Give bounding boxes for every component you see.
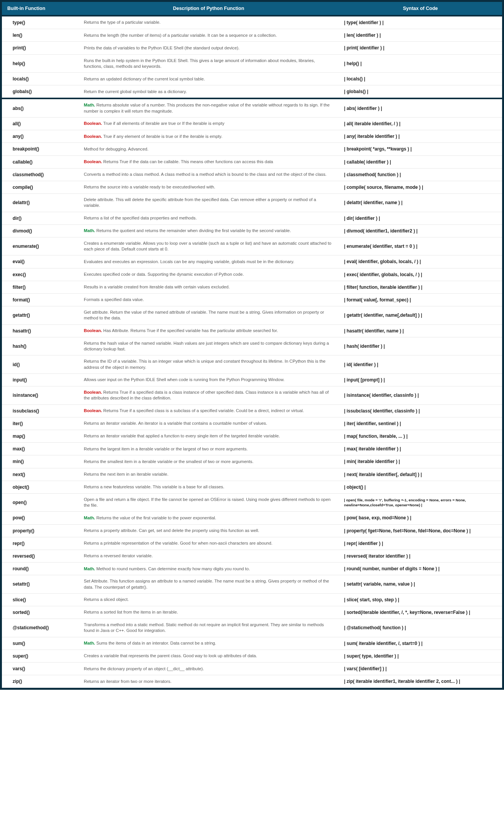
function-name: all() bbox=[2, 117, 78, 130]
math-tag: Math. bbox=[84, 641, 95, 645]
syntax-code: | all( iterable identifier, / ) | bbox=[339, 117, 502, 130]
syntax-code: | @staticmethod( function ) | bbox=[339, 619, 502, 637]
function-name: type() bbox=[2, 16, 78, 29]
table-row: isinstance()Boolean. Returns True if a s… bbox=[2, 386, 502, 405]
table-row: round()Math. Method to round numbers. Ca… bbox=[2, 563, 502, 575]
function-name: globals() bbox=[2, 85, 78, 99]
function-description: Math. Returns absolute value of a number… bbox=[78, 98, 339, 117]
function-name: object() bbox=[2, 481, 78, 493]
description-text: Returns the value of the first variable … bbox=[96, 516, 216, 520]
function-name: abs() bbox=[2, 98, 78, 117]
table-row: issubclass()Boolean. Returns True if a s… bbox=[2, 404, 502, 417]
table-row: repr()Returns a printable representation… bbox=[2, 537, 502, 550]
syntax-code: | isinstance( identifier, classinfo ) | bbox=[339, 386, 502, 405]
syntax-code: | map( function, iterable, ... ) | bbox=[339, 430, 502, 442]
function-description: Boolean. True if any element of iterable… bbox=[78, 130, 339, 143]
table-row: any()Boolean. True if any element of ite… bbox=[2, 130, 502, 143]
table-row: filter()Results in a variable created fr… bbox=[2, 281, 502, 293]
syntax-code: | reversed( iterator identifier ) | bbox=[339, 550, 502, 562]
description-text: Results in a variable created from itera… bbox=[84, 285, 230, 289]
syntax-code: | sorted(iterable identifier, /, *, key=… bbox=[339, 606, 502, 619]
table-row: sum()Math. Sums the items of data in an … bbox=[2, 637, 502, 650]
table-row: hash()Returns the hash value of the name… bbox=[2, 337, 502, 355]
table-row: super()Creates a variable that represent… bbox=[2, 650, 502, 662]
table-row: hasattr()Boolean. Has Attribute. Returns… bbox=[2, 324, 502, 337]
function-description: Returns a sliced object. bbox=[78, 593, 339, 606]
function-description: Returns the length (the number of items)… bbox=[78, 29, 339, 42]
syntax-code: | breakpoint( *args, **kwargs ) | bbox=[339, 143, 502, 155]
function-name: max() bbox=[2, 443, 78, 455]
function-description: Math. Returns the quotient and returns t… bbox=[78, 224, 339, 237]
boolean-tag: Boolean. bbox=[84, 121, 102, 126]
function-name: breakpoint() bbox=[2, 143, 78, 155]
syntax-code: | len( identifier ) | bbox=[339, 29, 502, 42]
syntax-code: | zip( iterable identifier1, iterable id… bbox=[339, 675, 502, 688]
function-description: Creates a enumerate variable. Allows you… bbox=[78, 237, 339, 255]
table-row: zip()Returns an iterator from two or mor… bbox=[2, 675, 502, 688]
function-name: sorted() bbox=[2, 606, 78, 619]
table-row: sorted()Returns a sorted list from the i… bbox=[2, 606, 502, 619]
function-description: Boolean. Returns True if the data can be… bbox=[78, 155, 339, 168]
function-description: Returns a sorted list from the items in … bbox=[78, 606, 339, 619]
syntax-code: | abs( identifier ) | bbox=[339, 98, 502, 117]
function-name: enumerate() bbox=[2, 237, 78, 255]
table-body: type()Returns the type of a particular v… bbox=[2, 16, 502, 688]
boolean-tag: Boolean. bbox=[84, 134, 102, 139]
function-description: Returns the hash value of the named vari… bbox=[78, 337, 339, 355]
table-container: Built-in Function Description of Python … bbox=[0, 0, 504, 690]
table-row: callable()Boolean. Returns True if the d… bbox=[2, 155, 502, 168]
description-text: Prints the data of variables to the Pyth… bbox=[84, 46, 240, 50]
math-tag: Math. bbox=[84, 228, 95, 233]
function-description: Allows user input on the Python IDLE She… bbox=[78, 373, 339, 386]
function-description: Returns an iterator variable. An iterato… bbox=[78, 417, 339, 430]
syntax-code: | issubclass( identifier, classinfo ) | bbox=[339, 404, 502, 417]
function-name: filter() bbox=[2, 281, 78, 293]
function-name: help() bbox=[2, 54, 78, 73]
table-row: pow()Math. Returns the value of the firs… bbox=[2, 512, 502, 524]
syntax-code: | classmethod( function ) | bbox=[339, 168, 502, 181]
syntax-code: | round( number, number of digits = None… bbox=[339, 563, 502, 575]
description-text: True if any element of iterable is true … bbox=[103, 134, 222, 139]
table-row: all()Boolean. True if all elements of it… bbox=[2, 117, 502, 130]
syntax-code: | repr( identifier ) | bbox=[339, 537, 502, 550]
function-description: Transforms a method into a static method… bbox=[78, 619, 339, 637]
syntax-code: | globals() | bbox=[339, 85, 502, 99]
function-name: any() bbox=[2, 130, 78, 143]
syntax-code: | slice( start, stop, step ) | bbox=[339, 593, 502, 606]
function-description: Executes specified code or data. Support… bbox=[78, 268, 339, 281]
description-text: Runs the built-in help system in the Pyt… bbox=[84, 58, 315, 69]
syntax-code: | enumerate( identifier, start = 0 ) | bbox=[339, 237, 502, 255]
description-text: Returns a new featureless variable. This… bbox=[84, 484, 224, 489]
syntax-code: | vars( [identifier] ) | bbox=[339, 663, 502, 675]
function-description: Returns the source into a variable ready… bbox=[78, 181, 339, 193]
description-text: Returns the dictonary property of an obj… bbox=[84, 666, 204, 671]
description-text: Returns the ID of a variable. This is an… bbox=[84, 359, 326, 369]
function-name: print() bbox=[2, 42, 78, 54]
function-name: eval() bbox=[2, 255, 78, 268]
function-name: @staticmethod() bbox=[2, 619, 78, 637]
description-text: Sums the items of data in an interator. … bbox=[96, 641, 216, 645]
description-text: Open a file and return a file object. If… bbox=[84, 497, 331, 507]
description-text: Returns a printable representation of th… bbox=[84, 541, 272, 545]
function-name: delattr() bbox=[2, 194, 78, 212]
table-row: delattr()Delete attribute. This will del… bbox=[2, 194, 502, 212]
table-row: map()Returns an iterator variable that a… bbox=[2, 430, 502, 442]
description-text: Returns an updated dictionary of the cur… bbox=[84, 77, 205, 81]
table-header-row: Built-in Function Description of Python … bbox=[2, 2, 502, 16]
description-text: Returns an iterator variable that applie… bbox=[84, 434, 280, 438]
description-text: Delete attribute. This will delete the s… bbox=[84, 197, 316, 208]
function-name: input() bbox=[2, 373, 78, 386]
function-description: Converts a method into a class method. A… bbox=[78, 168, 339, 181]
function-name: compile() bbox=[2, 181, 78, 193]
table-row: next()Returns the next item in an iterab… bbox=[2, 468, 502, 481]
table-row: input()Allows user input on the Python I… bbox=[2, 373, 502, 386]
syntax-code: | divmod( identifier1, identifier2 ) | bbox=[339, 224, 502, 237]
function-name: next() bbox=[2, 468, 78, 481]
syntax-code: | delattr( identifier, name ) | bbox=[339, 194, 502, 212]
function-description: Returns the smallest item in a iterable … bbox=[78, 455, 339, 468]
function-name: zip() bbox=[2, 675, 78, 688]
description-text: Method for debugging. Advanced. bbox=[84, 147, 148, 151]
function-name: iter() bbox=[2, 417, 78, 430]
function-description: Delete attribute. This will delete the s… bbox=[78, 194, 339, 212]
function-name: dir() bbox=[2, 212, 78, 224]
